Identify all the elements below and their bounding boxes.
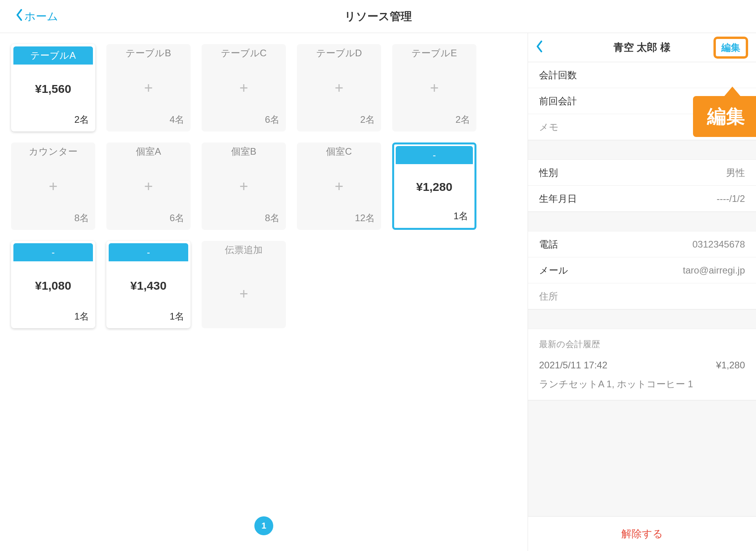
table-card-capacity: 6名	[202, 113, 286, 131]
table-card-capacity: 1名	[106, 310, 191, 328]
plus-icon: +	[430, 80, 439, 96]
row-gender: 性別 男性	[528, 160, 756, 186]
table-card[interactable]: -¥1,2801名	[392, 142, 476, 230]
plus-icon: +	[144, 80, 153, 96]
table-card-label: -	[109, 243, 188, 261]
table-card-capacity: 2名	[392, 113, 476, 131]
table-card-capacity: 8名	[202, 212, 286, 230]
back-home-label: ホーム	[24, 9, 58, 24]
row-accounting-count: 会計回数	[528, 62, 756, 88]
table-card[interactable]: テーブルA¥1,5602名	[11, 44, 95, 131]
customer-name: 青空 太郎 様	[613, 41, 670, 54]
table-card-label: テーブルB	[106, 44, 191, 62]
table-card[interactable]: -¥1,0801名	[11, 241, 95, 328]
table-card-label: テーブルA	[13, 46, 93, 65]
table-card-capacity: 8名	[11, 212, 95, 230]
section-gap	[528, 309, 756, 329]
table-card-price: ¥1,080	[35, 279, 71, 292]
panel-header: 青空 太郎 様 編集	[528, 33, 756, 62]
table-card[interactable]: テーブルC+6名	[202, 44, 286, 131]
table-card-capacity: 2名	[11, 113, 95, 131]
table-card-capacity: 6名	[106, 212, 191, 230]
pagination: 1	[254, 516, 273, 535]
customer-panel: 青空 太郎 様 編集 編集 会計回数 前回会計 メモ 性別 男性 生年月日 --…	[528, 33, 756, 551]
edit-callout: 編集	[693, 96, 756, 137]
table-card-capacity: 4名	[106, 113, 191, 131]
history-title: 最新の会計履歴	[528, 329, 756, 355]
app-header: ホーム リソース管理	[0, 0, 756, 33]
table-card[interactable]: 個室B+8名	[202, 142, 286, 230]
row-address: 住所	[528, 283, 756, 309]
table-card-label: カウンター	[11, 142, 95, 161]
table-card-label: テーブルE	[392, 44, 476, 62]
section-gap	[528, 140, 756, 160]
table-card-label: -	[13, 243, 93, 261]
plus-icon: +	[239, 80, 248, 96]
page-title: リソース管理	[345, 9, 412, 24]
table-card-label: テーブルD	[297, 44, 381, 62]
table-card[interactable]: テーブルE+2名	[392, 44, 476, 131]
row-phone: 電話 0312345678	[528, 231, 756, 257]
table-card[interactable]: -¥1,4301名	[106, 241, 191, 328]
release-button[interactable]: 解除する	[528, 516, 756, 551]
chevron-left-icon	[16, 9, 23, 24]
row-email: メール taro@airregi.jp	[528, 257, 756, 283]
section-gap	[528, 400, 756, 516]
plus-icon: +	[49, 178, 57, 195]
page-1-button[interactable]: 1	[254, 516, 273, 535]
table-card[interactable]: テーブルB+4名	[106, 44, 191, 131]
table-card-capacity: 1名	[394, 210, 474, 228]
table-card-label: 個室B	[202, 142, 286, 161]
table-card-label: テーブルC	[202, 44, 286, 62]
table-card-label: 伝票追加	[202, 241, 286, 259]
table-card[interactable]: 個室C+12名	[297, 142, 381, 230]
table-card-label: 個室A	[106, 142, 191, 161]
table-card-label: 個室C	[297, 142, 381, 161]
table-card-price: ¥1,430	[130, 279, 167, 292]
table-card-capacity: 1名	[11, 310, 95, 328]
table-card-label: -	[396, 146, 473, 164]
table-card[interactable]: 伝票追加+	[202, 241, 286, 328]
table-card[interactable]: 個室A+6名	[106, 142, 191, 230]
table-card-price: ¥1,280	[416, 180, 452, 194]
plus-icon: +	[335, 80, 343, 96]
edit-button[interactable]: 編集	[713, 37, 748, 59]
table-card-capacity: 2名	[297, 113, 381, 131]
section-gap	[528, 212, 756, 231]
history-amount: ¥1,280	[716, 360, 745, 371]
panel-back-button[interactable]	[536, 41, 543, 55]
table-card[interactable]: カウンター+8名	[11, 142, 95, 230]
plus-icon: +	[239, 285, 248, 302]
table-card-price: ¥1,560	[35, 82, 71, 96]
table-card[interactable]: テーブルD+2名	[297, 44, 381, 131]
history-entry[interactable]: 2021/5/11 17:42 ¥1,280 ランチセットA 1, ホットコーヒ…	[528, 355, 756, 400]
history-items: ランチセットA 1, ホットコーヒー 1	[539, 378, 745, 390]
plus-icon: +	[144, 178, 153, 195]
plus-icon: +	[335, 178, 343, 195]
row-birthday: 生年月日 ----/1/2	[528, 186, 756, 212]
plus-icon: +	[239, 178, 248, 195]
table-card-capacity: 12名	[297, 212, 381, 230]
back-home-link[interactable]: ホーム	[16, 9, 58, 24]
history-datetime: 2021/5/11 17:42	[539, 360, 608, 371]
table-grid-area: テーブルA¥1,5602名テーブルB+4名テーブルC+6名テーブルD+2名テーブ…	[0, 33, 528, 551]
